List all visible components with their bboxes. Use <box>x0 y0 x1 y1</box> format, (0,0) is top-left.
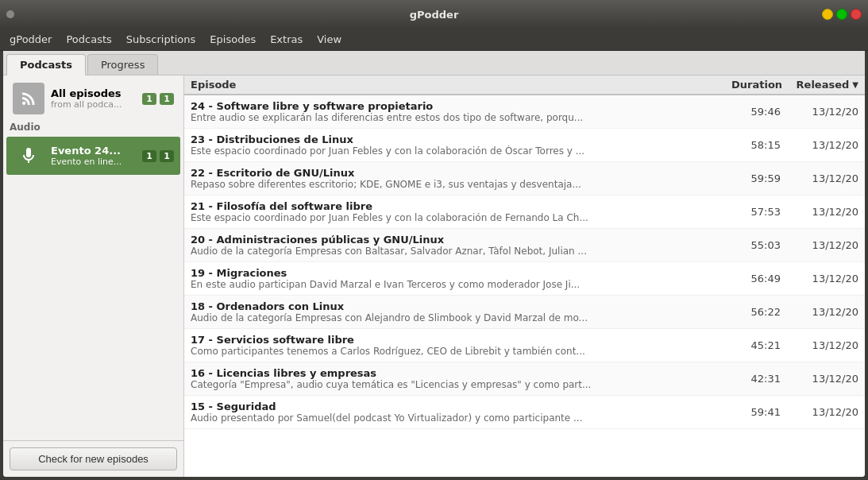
episode-released: 13/12/20 <box>787 373 858 385</box>
episode-title: 23 - Distribuciones de Linux <box>191 134 731 145</box>
episode-info: 20 - Administraciones públicas y GNU/Lin… <box>191 234 731 257</box>
episode-duration: 55:03 <box>731 239 787 251</box>
episode-row[interactable]: 20 - Administraciones públicas y GNU/Lin… <box>184 229 865 262</box>
episode-info: 15 - Seguridad Audio presentado por Samu… <box>191 401 731 424</box>
microphone-icon <box>19 146 38 165</box>
episode-desc: Audio de la categoría Empresas con Balta… <box>191 246 731 257</box>
main-window: Podcasts Progress All episodes from all … <box>3 51 865 477</box>
episode-released: 13/12/20 <box>787 273 858 285</box>
evento-badges: 1 1 <box>141 150 174 162</box>
episode-row[interactable]: 24 - Software libre y software propietar… <box>184 95 865 129</box>
episode-info: 22 - Escritorio de GNU/Linux Repaso sobr… <box>191 167 731 190</box>
episodes-list[interactable]: 24 - Software libre y software propietar… <box>184 95 865 477</box>
episode-title: 17 - Servicios software libre <box>191 334 731 346</box>
episode-desc: Como participantes tenemos a Carlos Rodr… <box>191 346 731 357</box>
column-duration: Duration <box>731 79 787 91</box>
episode-info: 24 - Software libre y software propietar… <box>191 100 731 123</box>
episode-row[interactable]: 17 - Servicios software libre Como parti… <box>184 329 865 362</box>
episode-duration: 56:22 <box>731 306 787 318</box>
episode-info: 17 - Servicios software libre Como parti… <box>191 334 731 357</box>
maximize-button[interactable] <box>836 9 847 20</box>
episode-duration: 57:53 <box>731 206 787 218</box>
episode-row[interactable]: 22 - Escritorio de GNU/Linux Repaso sobr… <box>184 162 865 195</box>
menubar-item-gpodder[interactable]: gPodder <box>3 31 58 48</box>
minimize-button[interactable] <box>822 9 833 20</box>
episode-desc: Audio de la categoría Empresas con Aleja… <box>191 312 731 323</box>
menubar: gPodderPodcastsSubscriptionsEpisodesExtr… <box>0 29 868 51</box>
sidebar-list: All episodes from all podca... 1 1 Audio <box>3 75 183 440</box>
all-episodes-badges: 1 1 <box>141 93 174 105</box>
episode-duration: 56:49 <box>731 273 787 285</box>
all-episodes-badge1: 1 <box>142 93 156 105</box>
menubar-item-extras[interactable]: Extras <box>264 31 309 48</box>
episode-title: 21 - Filosofía del software libre <box>191 200 731 212</box>
episode-desc: Entre audio se explicarán las diferencia… <box>191 112 731 123</box>
sort-arrow-icon: ▼ <box>852 80 858 89</box>
all-episodes-subtitle: from all podca... <box>51 99 134 110</box>
content-area: All episodes from all podca... 1 1 Audio <box>3 75 865 477</box>
check-new-episodes-button[interactable]: Check for new episodes <box>10 447 177 470</box>
all-episodes-text: All episodes from all podca... <box>51 87 134 110</box>
menubar-item-episodes[interactable]: Episodes <box>203 31 262 48</box>
episode-row[interactable]: 19 - Migraciones En este audio participa… <box>184 262 865 296</box>
all-episodes-badge2: 1 <box>160 93 174 105</box>
episode-info: 23 - Distribuciones de Linux Este espaci… <box>191 134 731 157</box>
menubar-item-view[interactable]: View <box>311 31 348 48</box>
episodes-header: Episode Duration Released ▼ <box>184 75 865 95</box>
episode-duration: 42:31 <box>731 373 787 385</box>
tabs-bar: Podcasts Progress <box>3 51 865 75</box>
episode-released: 13/12/20 <box>787 339 858 351</box>
window-controls <box>822 9 862 20</box>
close-button[interactable] <box>851 9 862 20</box>
sidebar: All episodes from all podca... 1 1 Audio <box>3 75 184 477</box>
episode-title: 18 - Ordenadors con Linux <box>191 300 731 312</box>
evento-badge2: 1 <box>160 150 174 162</box>
episode-info: 19 - Migraciones En este audio participa… <box>191 267 731 290</box>
titlebar-dot <box>6 10 14 18</box>
episode-released: 13/12/20 <box>787 206 858 218</box>
tab-progress[interactable]: Progress <box>87 54 158 75</box>
tab-podcasts[interactable]: Podcasts <box>6 54 86 75</box>
menubar-item-subscriptions[interactable]: Subscriptions <box>120 31 203 48</box>
column-released: Released ▼ <box>787 79 858 91</box>
titlebar: gPodder <box>0 0 868 29</box>
episode-duration: 59:59 <box>731 172 787 184</box>
episode-title: 20 - Administraciones públicas y GNU/Lin… <box>191 234 731 246</box>
episode-released: 13/12/20 <box>787 106 858 118</box>
episode-released: 13/12/20 <box>787 172 858 184</box>
episode-row[interactable]: 23 - Distribuciones de Linux Este espaci… <box>184 129 865 162</box>
evento-text: Evento 24... Evento en line... <box>51 145 134 167</box>
evento-title: Evento 24... <box>51 145 134 157</box>
episode-row[interactable]: 21 - Filosofía del software libre Este e… <box>184 195 865 229</box>
all-episodes-icon <box>13 83 44 114</box>
menubar-item-podcasts[interactable]: Podcasts <box>60 31 118 48</box>
episodes-area: Episode Duration Released ▼ 24 - Softwar… <box>184 75 865 477</box>
episode-row[interactable]: 15 - Seguridad Audio presentado por Samu… <box>184 396 865 429</box>
app-title: gPodder <box>410 9 459 21</box>
episode-desc: Este espacio coordinado por Juan Febles … <box>191 212 731 223</box>
episode-desc: Repaso sobre diferentes escritorio; KDE,… <box>191 179 731 190</box>
episode-row[interactable]: 18 - Ordenadors con Linux Audio de la ca… <box>184 296 865 329</box>
episode-title: 15 - Seguridad <box>191 401 731 412</box>
episode-info: 18 - Ordenadors con Linux Audio de la ca… <box>191 300 731 323</box>
episode-released: 13/12/20 <box>787 306 858 318</box>
episode-title: 22 - Escritorio de GNU/Linux <box>191 167 731 179</box>
evento-badge1: 1 <box>142 150 156 162</box>
released-label: Released <box>797 79 850 91</box>
episode-title: 24 - Software libre y software propietar… <box>191 100 731 112</box>
all-episodes-title: All episodes <box>51 87 134 99</box>
episode-duration: 59:46 <box>731 106 787 118</box>
evento-icon <box>13 140 44 172</box>
sidebar-bottom: Check for new episodes <box>3 440 183 477</box>
episode-desc: En este audio participan David Marzal e … <box>191 279 731 290</box>
column-episode: Episode <box>191 79 731 91</box>
episode-desc: Este espacio coordinado por Juan Febles … <box>191 145 731 157</box>
episode-title: 16 - Licencias libres y empresas <box>191 367 731 379</box>
episode-info: 16 - Licencias libres y empresas Categor… <box>191 367 731 390</box>
episode-row[interactable]: 16 - Licencias libres y empresas Categor… <box>184 362 865 396</box>
episode-released: 13/12/20 <box>787 406 858 418</box>
sidebar-item-evento[interactable]: Evento 24... Evento en line... 1 1 <box>6 137 180 175</box>
sidebar-item-all-episodes[interactable]: All episodes from all podca... 1 1 <box>6 79 180 118</box>
episode-duration: 45:21 <box>731 339 787 351</box>
sidebar-section-audio: Audio <box>3 118 183 136</box>
